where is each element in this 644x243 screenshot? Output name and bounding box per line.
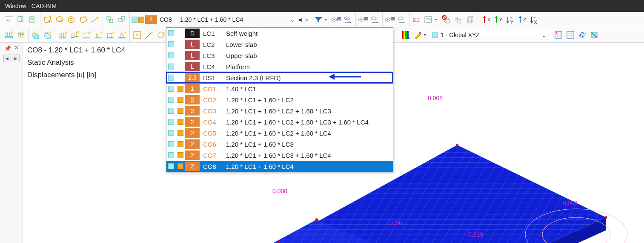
tool-icon-3[interactable] [27, 14, 38, 25]
colormap-icon[interactable] [400, 29, 411, 40]
loadcase-selector[interactable]: 2 CO8 1.20 * LC1 + 1.60 * LC4 ⌄ ◄ ► [132, 14, 311, 26]
axis-minus-y-button[interactable]: -Y [504, 14, 515, 25]
dd-sq1 [166, 61, 176, 72]
svg-marker-124 [329, 74, 335, 80]
grid-icon-2[interactable] [565, 29, 576, 40]
beam-load-icon-6[interactable] [117, 29, 128, 40]
tool-icon-move[interactable] [105, 14, 116, 25]
beam-load-icon-3[interactable] [81, 29, 92, 40]
dd-name: Section 2.3 (LRFD) [223, 74, 393, 81]
misc-load-icon-1[interactable] [132, 29, 143, 40]
chev-down-after-filter[interactable]: ▾ [325, 17, 327, 22]
dd-row-lc2[interactable]: LLC2Lower slab [166, 39, 393, 50]
graph-icon[interactable] [411, 14, 422, 25]
dd-row-lc4[interactable]: LLC4Platform [166, 61, 393, 72]
dd-name: 1.20 * LC1 + 1.60 * LC2 + 1.60 * LC4 [223, 130, 393, 137]
close-icon[interactable]: ✕ [14, 44, 19, 52]
dd-sq1 [166, 50, 176, 61]
svg-rect-31 [364, 17, 368, 20]
svg-point-70 [49, 31, 52, 33]
beam-load-icon-2[interactable] [69, 29, 80, 40]
dd-name: Upper slab [223, 52, 393, 59]
prev-loadcase-button[interactable]: ◄ [296, 14, 303, 25]
eye-xxx-icon-3[interactable]: x.xx [384, 14, 395, 25]
load-cube-icon-2[interactable] [42, 29, 53, 40]
eye-xxx-icon-2[interactable]: x.xx [358, 14, 369, 25]
svg-point-106 [556, 32, 557, 33]
svg-marker-11 [80, 17, 87, 23]
dd-row-co8[interactable]: 2CO81.20 * LC1 + 1.60 * LC4 [166, 161, 393, 172]
dd-row-lc1[interactable]: DLC1Self-weight [166, 28, 393, 39]
dd-tag: 2 [185, 95, 200, 104]
tool-icon-2[interactable] [15, 14, 26, 25]
section-icon[interactable] [589, 29, 600, 40]
beam-load-icon-5[interactable] [105, 29, 116, 40]
chev-down-style[interactable]: ▾ [435, 17, 437, 22]
dd-row-co1[interactable]: 1CO11.40 * LC1 [166, 83, 393, 94]
svg-rect-104 [419, 32, 421, 34]
cube-icon[interactable] [453, 14, 464, 25]
panel-next-button[interactable]: ► [12, 55, 20, 62]
dd-row-co6[interactable]: 2CO61.20 * LC1 + 1.60 * LC3 [166, 139, 393, 150]
eye-xxx-icon-1[interactable]: x.xx [331, 14, 342, 25]
dd-row-co2[interactable]: 2CO21.20 * LC1 + 1.60 * LC2 [166, 94, 393, 105]
dd-sq2 [176, 116, 185, 127]
beam-load-icon-1[interactable] [57, 29, 68, 40]
next-loadcase-button[interactable]: ► [303, 14, 311, 25]
grid-icon-1[interactable] [553, 29, 564, 40]
dd-row-lc3[interactable]: LLC3Upper slab [166, 50, 393, 61]
select-line-icon[interactable] [90, 14, 101, 25]
delete-cube-icon[interactable] [441, 14, 452, 25]
sheets-icon[interactable] [465, 14, 476, 25]
svg-point-81 [77, 31, 79, 33]
misc-load-icon-3[interactable] [155, 29, 166, 40]
style-icon[interactable] [423, 14, 434, 25]
coord-system-selector[interactable]: 1 - Global XYZ ⌄ [430, 30, 549, 40]
svg-point-22 [334, 19, 335, 20]
dd-row-co4[interactable]: 2CO41.20 * LC1 + 1.60 * LC2 + 1.60 * LC3… [166, 116, 393, 127]
tool-icon-copy[interactable] [117, 14, 128, 25]
select-ring-icon[interactable] [66, 14, 77, 25]
dd-row-co3[interactable]: 2CO31.20 * LC1 + 1.60 * LC2 + 1.60 * LC3 [166, 105, 393, 116]
dd-tag: 2 [185, 106, 200, 116]
svg-rect-2 [18, 17, 23, 22]
select-rect-icon[interactable] [42, 14, 53, 25]
mesh-icon[interactable] [577, 29, 588, 40]
misc-load-icon-2[interactable] [143, 29, 155, 40]
eye-arrow-icon-2[interactable] [369, 14, 381, 25]
panel-prev-button[interactable]: ◄ [3, 55, 11, 62]
load-display-icon-1[interactable] [3, 29, 14, 40]
axis-x-button[interactable]: X [480, 14, 491, 25]
dd-tag: 2 [185, 162, 200, 171]
menu-cadbim[interactable]: CAD-BIM [31, 3, 57, 9]
axis-y-button[interactable]: Y [492, 14, 503, 25]
svg-rect-18 [121, 17, 125, 20]
axis-minus-x-button[interactable]: -X [527, 14, 538, 25]
dd-row-co7[interactable]: 2CO71.20 * LC1 + 1.60 * LC3 + 1.60 * LC4 [166, 150, 393, 161]
select-poly-icon[interactable] [78, 14, 89, 25]
chevron-down-icon[interactable]: ⌄ [289, 16, 296, 23]
dd-row-co5[interactable]: 2CO51.20 * LC1 + 1.60 * LC2 + 1.60 * LC4 [166, 127, 393, 139]
beam-load-icon-4[interactable] [93, 29, 104, 40]
filter-icon[interactable]: × [313, 14, 324, 25]
disp-label: 0.000 [387, 220, 402, 226]
script-console-icon[interactable]: >sc [3, 14, 14, 25]
dd-sq1 [166, 139, 176, 150]
load-display-icon-2[interactable] [15, 29, 26, 40]
loadcase-dropdown[interactable]: DLC1Self-weightLLC2Lower slabLLC3Upper s… [166, 27, 393, 172]
load-cube-icon-1[interactable] [30, 29, 41, 40]
annotation-arrow-icon [328, 72, 362, 82]
pencil-icon[interactable] [412, 29, 423, 40]
svg-line-12 [92, 17, 98, 22]
chevron-down-icon[interactable]: ⌄ [541, 32, 547, 38]
eye-arrow-icon-3[interactable] [396, 14, 407, 25]
chev-down-pencil[interactable]: ▾ [424, 32, 426, 37]
axis-z-button[interactable]: Z [515, 14, 527, 25]
svg-rect-42 [425, 17, 432, 23]
pin-icon[interactable]: 📌 [4, 44, 11, 52]
dd-sq1 [166, 83, 176, 94]
menu-window[interactable]: Window [5, 3, 26, 9]
select-ellipse-icon[interactable] [54, 14, 65, 25]
svg-rect-94 [134, 32, 140, 38]
eye-arrow-icon-1[interactable] [343, 14, 354, 25]
